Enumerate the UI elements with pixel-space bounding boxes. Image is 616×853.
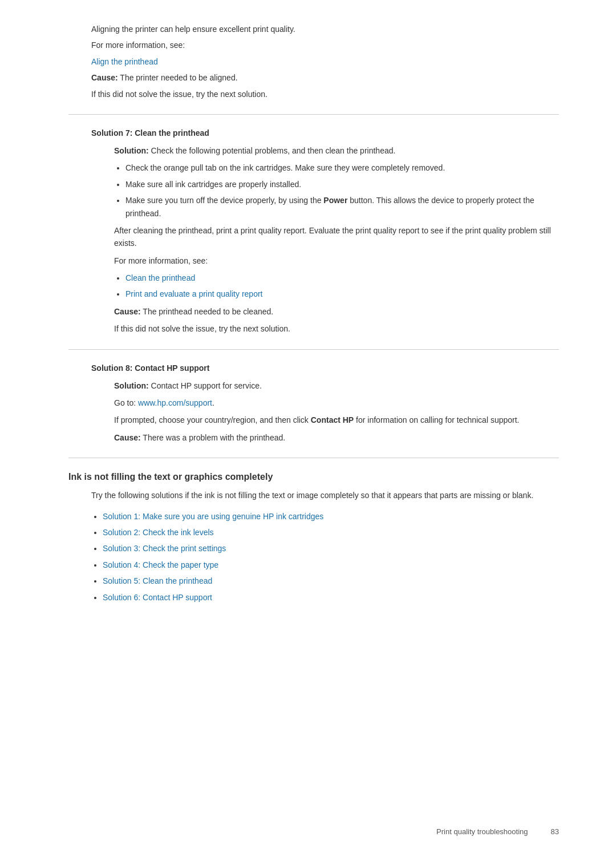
divider-1 xyxy=(68,114,559,115)
footer-left: Print quality troubleshooting xyxy=(436,827,528,836)
solution7-bullet-3: Make sure you turn off the device proper… xyxy=(125,194,559,220)
solution8-prompted-post: for information on calling for technical… xyxy=(354,415,519,425)
ink-solution-1-link[interactable]: Solution 1: Make sure you are using genu… xyxy=(103,512,323,521)
solution7-solution-text: Solution: Check the following potential … xyxy=(114,144,559,157)
ink-section-intro: Try the following solutions if the ink i… xyxy=(68,489,559,502)
solution7-cause-text: The printhead needed to be cleaned. xyxy=(141,307,273,316)
ink-solution-4-link[interactable]: Solution 4: Check the paper type xyxy=(103,560,218,569)
solution8-solution-text: Solution: Contact HP support for service… xyxy=(114,379,559,392)
solution8-if-prompted: If prompted, choose your country/region,… xyxy=(114,414,559,426)
solution8-contact-hp-bold: Contact HP xyxy=(311,415,354,425)
print-evaluate-link[interactable]: Print and evaluate a print quality repor… xyxy=(125,289,262,298)
solution7-cause: Cause: The printhead needed to be cleane… xyxy=(114,305,559,318)
ink-solution-6-link[interactable]: Solution 6: Contact HP support xyxy=(103,593,212,602)
divider-2 xyxy=(68,349,559,350)
solution7-link2-item: Print and evaluate a print quality repor… xyxy=(125,288,559,300)
ink-solution-6: Solution 6: Contact HP support xyxy=(103,591,559,604)
ink-solution-2: Solution 2: Check the ink levels xyxy=(103,526,559,539)
solution7-block: Solution 7: Clean the printhead Solution… xyxy=(68,128,559,335)
solution8-cause-label: Cause: xyxy=(114,433,141,442)
intro-next-solution: If this did not solve the issue, try the… xyxy=(91,88,559,100)
solution8-cause: Cause: There was a problem with the prin… xyxy=(114,431,559,444)
ink-solutions-list: Solution 1: Make sure you are using genu… xyxy=(103,510,559,604)
solution7-next-solution: If this did not solve the issue, try the… xyxy=(114,322,559,335)
solution7-bullet-1: Check the orange pull tab on the ink car… xyxy=(125,161,559,174)
align-printhead-link[interactable]: Align the printhead xyxy=(91,57,158,66)
hp-support-link[interactable]: www.hp.com/support xyxy=(138,398,212,407)
solution8-solution-desc: Contact HP support for service. xyxy=(149,381,262,390)
intro-block: Aligning the printer can help ensure exc… xyxy=(68,23,559,100)
intro-cause-text: The printer needed to be aligned. xyxy=(118,73,238,82)
intro-cause: Cause: The printer needed to be aligned. xyxy=(91,71,559,84)
solution7-solution-desc: Check the following potential problems, … xyxy=(149,146,396,155)
ink-solution-1: Solution 1: Make sure you are using genu… xyxy=(103,510,559,523)
ink-solution-2-link[interactable]: Solution 2: Check the ink levels xyxy=(103,528,214,537)
footer-page: 83 xyxy=(551,827,559,836)
solution8-prompted-pre: If prompted, choose your country/region,… xyxy=(114,415,311,425)
solution7-solution-label: Solution: xyxy=(114,146,149,155)
solution7-after-clean: After cleaning the printhead, print a pr… xyxy=(114,224,559,250)
solution7-for-more: For more information, see: xyxy=(114,254,559,267)
solution8-cause-text: There was a problem with the printhead. xyxy=(141,433,285,442)
ink-solution-4: Solution 4: Check the paper type xyxy=(103,559,559,571)
page-container: Aligning the printer can help ensure exc… xyxy=(0,0,616,653)
solution8-title: Solution 8: Contact HP support xyxy=(68,363,559,373)
solution8-solution-label: Solution: xyxy=(114,381,149,390)
solution7-body: Solution: Check the following potential … xyxy=(68,144,559,335)
solution8-block: Solution 8: Contact HP support Solution:… xyxy=(68,363,559,444)
ink-solution-5-link[interactable]: Solution 5: Clean the printhead xyxy=(103,576,212,585)
solution7-links-list: Clean the printhead Print and evaluate a… xyxy=(125,272,559,301)
ink-solution-3-link[interactable]: Solution 3: Check the print settings xyxy=(103,544,226,553)
ink-solution-3: Solution 3: Check the print settings xyxy=(103,542,559,555)
ink-section-intro-text: Try the following solutions if the ink i… xyxy=(91,489,559,502)
solution8-goto-text: Go to: xyxy=(114,398,138,407)
ink-section-links: Solution 1: Make sure you are using genu… xyxy=(68,510,559,604)
clean-printhead-link[interactable]: Clean the printhead xyxy=(125,273,195,282)
solution7-link1-item: Clean the printhead xyxy=(125,272,559,284)
intro-line1: Aligning the printer can help ensure exc… xyxy=(91,23,559,35)
footer: Print quality troubleshooting 83 xyxy=(436,827,559,836)
solution8-goto-period: . xyxy=(212,398,214,407)
solution7-bullets: Check the orange pull tab on the ink car… xyxy=(125,161,559,220)
solution7-bullet-2: Make sure all ink cartridges are properl… xyxy=(125,178,559,191)
ink-section: Ink is not filling the text or graphics … xyxy=(68,472,559,604)
intro-cause-label: Cause: xyxy=(91,73,118,82)
ink-section-heading: Ink is not filling the text or graphics … xyxy=(68,472,559,482)
divider-3 xyxy=(68,458,559,458)
intro-for-more: For more information, see: xyxy=(91,39,559,51)
solution7-power-bold: Power xyxy=(323,196,347,205)
solution7-title: Solution 7: Clean the printhead xyxy=(68,128,559,138)
ink-solution-5: Solution 5: Clean the printhead xyxy=(103,575,559,587)
solution8-goto: Go to: www.hp.com/support. xyxy=(114,397,559,409)
solution7-cause-label: Cause: xyxy=(114,307,141,316)
solution8-body: Solution: Contact HP support for service… xyxy=(68,379,559,444)
